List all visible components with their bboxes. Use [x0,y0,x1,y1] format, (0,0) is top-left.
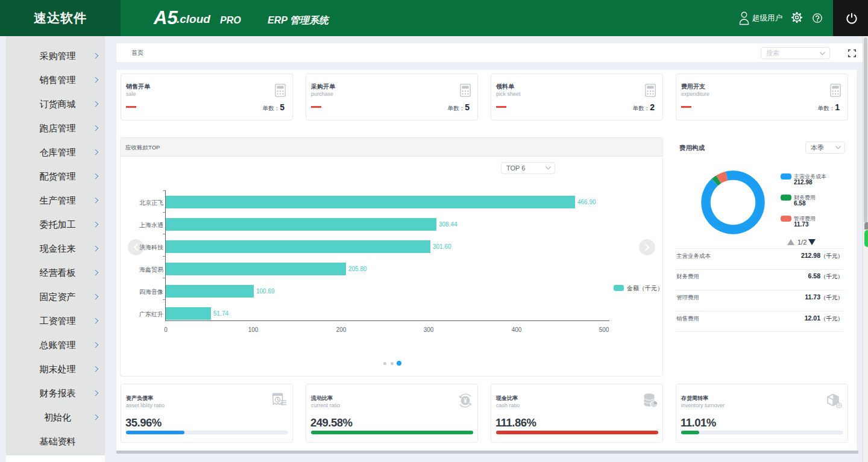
svg-text:¥: ¥ [464,398,467,404]
